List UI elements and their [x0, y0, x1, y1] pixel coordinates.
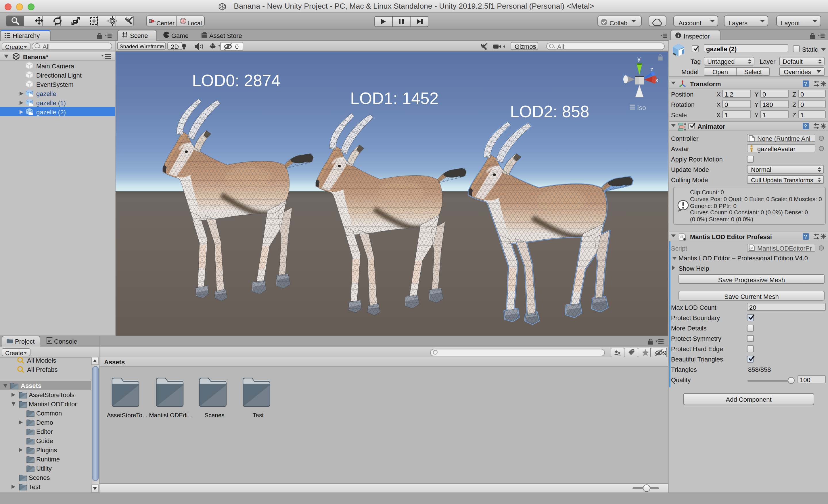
- svg-text:?: ?: [804, 234, 807, 240]
- svg-text:Plugins: Plugins: [36, 447, 57, 454]
- svg-text:0: 0: [235, 43, 239, 50]
- svg-text:Demo: Demo: [36, 419, 53, 426]
- svg-text:LOD2: 858: LOD2: 858: [510, 102, 589, 121]
- svg-text:AssetStoreTo...: AssetStoreTo...: [107, 412, 147, 418]
- svg-text:LOD0: 2874: LOD0: 2874: [192, 71, 280, 90]
- svg-text:All Prefabs: All Prefabs: [27, 366, 57, 373]
- svg-text:?: ?: [804, 81, 807, 87]
- svg-text:x: x: [655, 77, 658, 84]
- svg-text:9: 9: [663, 350, 666, 357]
- svg-text:Scenes: Scenes: [204, 412, 224, 418]
- svg-text:Guide: Guide: [36, 437, 53, 445]
- svg-text:Assets: Assets: [21, 382, 41, 390]
- svg-text:z: z: [650, 66, 654, 73]
- svg-text:c#: c#: [749, 246, 753, 250]
- svg-text:Common: Common: [36, 410, 62, 417]
- svg-text:?: ?: [804, 124, 807, 129]
- svg-text:y: y: [637, 55, 640, 62]
- svg-text:Scenes: Scenes: [29, 474, 50, 481]
- svg-text:LOD1: 1452: LOD1: 1452: [350, 89, 439, 107]
- svg-text:MantisLODEditor: MantisLODEditor: [29, 401, 77, 408]
- svg-text:Runtime: Runtime: [36, 456, 60, 463]
- svg-text:Utility: Utility: [36, 465, 52, 472]
- svg-text:All Models: All Models: [27, 357, 56, 364]
- svg-text:c#: c#: [680, 235, 684, 239]
- svg-text:Test: Test: [253, 412, 264, 418]
- svg-text:Iso: Iso: [637, 104, 646, 111]
- svg-text:Test: Test: [29, 483, 40, 491]
- svg-text:MantisLODEdi...: MantisLODEdi...: [149, 412, 192, 418]
- svg-text:Editor: Editor: [36, 428, 53, 435]
- svg-text:AssetStoreTools: AssetStoreTools: [29, 392, 75, 399]
